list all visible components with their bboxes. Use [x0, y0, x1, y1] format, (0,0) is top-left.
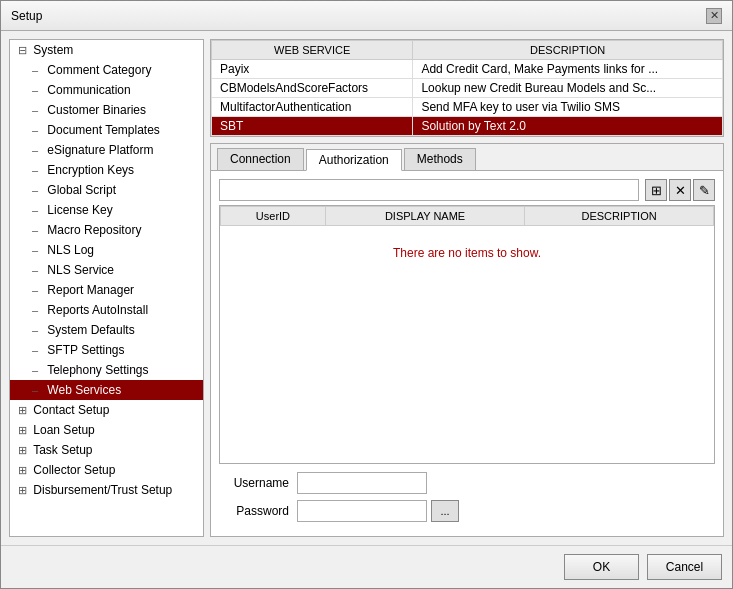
inner-table-container: UserID DISPLAY NAME DESCRIPTION There ar… — [219, 205, 715, 464]
tree-item-encryption-keys[interactable]: – Encryption Keys — [10, 160, 203, 180]
tree-item-nls-log[interactable]: – NLS Log — [10, 240, 203, 260]
ws-row-service: MultifactorAuthentication — [212, 98, 413, 117]
ws-row-desc: Lookup new Credit Bureau Models and Sc..… — [413, 79, 723, 98]
tree-panel: ⊟ System – Comment Category – Communicat… — [9, 39, 204, 537]
ws-row-desc: Send MFA key to user via Twilio SMS — [413, 98, 723, 117]
ws-col-description: DESCRIPTION — [413, 41, 723, 60]
form-fields: Username Password ... — [219, 472, 715, 528]
password-row: Password ... — [219, 500, 715, 522]
tree-group-loan-setup[interactable]: ⊞ Loan Setup — [10, 420, 203, 440]
tree-item-sftp-settings[interactable]: – SFTP Settings — [10, 340, 203, 360]
close-button[interactable]: ✕ — [706, 8, 722, 24]
tree-item-telephony-settings[interactable]: – Telephony Settings — [10, 360, 203, 380]
tree-item-system-defaults[interactable]: – System Defaults — [10, 320, 203, 340]
delete-button[interactable]: ✕ — [669, 179, 691, 201]
ws-row-desc: Solution by Text 2.0 — [413, 117, 723, 136]
ws-col-service: WEB SERVICE — [212, 41, 413, 60]
tab-authorization[interactable]: Authorization — [306, 149, 402, 171]
ws-row-service: SBT — [212, 117, 413, 136]
tree-item-communication[interactable]: – Communication — [10, 80, 203, 100]
tab-content-authorization: ⊞ ✕ ✎ UserID DISPLAY NAME D — [211, 171, 723, 536]
content-area: ⊟ System – Comment Category – Communicat… — [1, 31, 732, 545]
tree-group-collector-setup[interactable]: ⊞ Collector Setup — [10, 460, 203, 480]
toolbar-buttons: ⊞ ✕ ✎ — [643, 179, 715, 201]
inner-table: UserID DISPLAY NAME DESCRIPTION There ar… — [220, 206, 714, 280]
table-row[interactable]: MultifactorAuthentication Send MFA key t… — [212, 98, 723, 117]
ok-button[interactable]: OK — [564, 554, 639, 580]
tree-group-contact-setup[interactable]: ⊞ Contact Setup — [10, 400, 203, 420]
title-bar: Setup ✕ — [1, 1, 732, 31]
ws-table: WEB SERVICE DESCRIPTION Payix Add Credit… — [211, 40, 723, 136]
ws-table-container: WEB SERVICE DESCRIPTION Payix Add Credit… — [210, 39, 724, 137]
expand-icon: ⊟ — [18, 41, 30, 59]
search-input[interactable] — [219, 179, 639, 201]
inner-col-userid: UserID — [221, 207, 326, 226]
edit-button[interactable]: ✎ — [693, 179, 715, 201]
tree-item-customer-binaries[interactable]: – Customer Binaries — [10, 100, 203, 120]
tree-item-report-manager[interactable]: – Report Manager — [10, 280, 203, 300]
tree-root-system[interactable]: ⊟ System — [10, 40, 203, 60]
tab-connection[interactable]: Connection — [217, 148, 304, 170]
tree-item-web-services[interactable]: – Web Services — [10, 380, 203, 400]
ws-row-desc: Add Credit Card, Make Payments links for… — [413, 60, 723, 79]
username-row: Username — [219, 472, 715, 494]
bottom-bar: OK Cancel — [1, 545, 732, 588]
tree-item-esignature-platform[interactable]: – eSignature Platform — [10, 140, 203, 160]
username-label: Username — [219, 476, 289, 490]
no-items-row: There are no items to show. — [221, 226, 714, 281]
cancel-button[interactable]: Cancel — [647, 554, 722, 580]
tree-item-reports-autoinstall[interactable]: – Reports AutoInstall — [10, 300, 203, 320]
ws-row-service: CBModelsAndScoreFactors — [212, 79, 413, 98]
tree-scroll: ⊟ System – Comment Category – Communicat… — [10, 40, 203, 500]
tabs-container: Connection Authorization Methods ⊞ — [210, 143, 724, 537]
tree-item-document-templates[interactable]: – Document Templates — [10, 120, 203, 140]
no-items-text: There are no items to show. — [221, 226, 714, 281]
password-label: Password — [219, 504, 289, 518]
tree-item-license-key[interactable]: – License Key — [10, 200, 203, 220]
tab-toolbar: ⊞ ✕ ✎ — [219, 179, 715, 201]
right-panel: WEB SERVICE DESCRIPTION Payix Add Credit… — [210, 39, 724, 537]
tabs-header: Connection Authorization Methods — [211, 144, 723, 171]
tree-group-task-setup[interactable]: ⊞ Task Setup — [10, 440, 203, 460]
password-input[interactable] — [297, 500, 427, 522]
tree-item-macro-repository[interactable]: – Macro Repository — [10, 220, 203, 240]
tree-item-nls-service[interactable]: – NLS Service — [10, 260, 203, 280]
table-row[interactable]: Payix Add Credit Card, Make Payments lin… — [212, 60, 723, 79]
setup-dialog: Setup ✕ ⊟ System – Comment Category – Co… — [0, 0, 733, 589]
tree-group-disbursement-trust[interactable]: ⊞ Disbursement/Trust Setup — [10, 480, 203, 500]
browse-button[interactable]: ... — [431, 500, 459, 522]
table-row-selected[interactable]: SBT Solution by Text 2.0 — [212, 117, 723, 136]
username-input[interactable] — [297, 472, 427, 494]
inner-col-displayname: DISPLAY NAME — [325, 207, 524, 226]
add-button[interactable]: ⊞ — [645, 179, 667, 201]
ws-row-service: Payix — [212, 60, 413, 79]
tab-methods[interactable]: Methods — [404, 148, 476, 170]
tree-item-comment-category[interactable]: – Comment Category — [10, 60, 203, 80]
dialog-title: Setup — [11, 9, 42, 23]
tree-item-global-script[interactable]: – Global Script — [10, 180, 203, 200]
inner-col-description: DESCRIPTION — [525, 207, 714, 226]
table-row[interactable]: CBModelsAndScoreFactors Lookup new Credi… — [212, 79, 723, 98]
